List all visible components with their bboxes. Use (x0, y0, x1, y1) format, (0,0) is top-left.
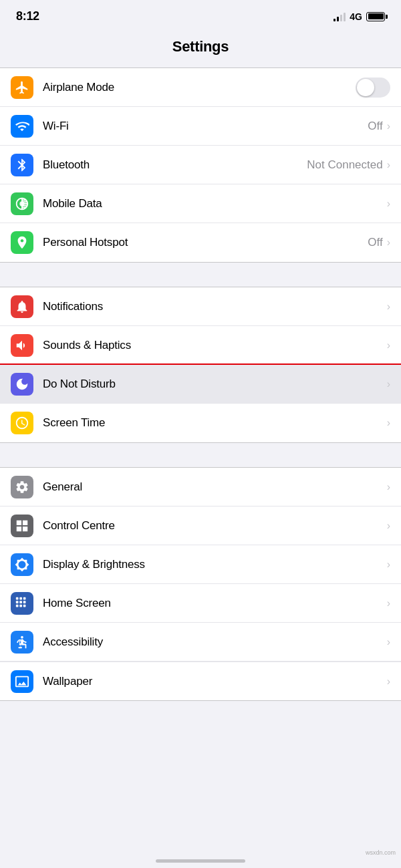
row-wallpaper-partial[interactable]: Wallpaper › (0, 662, 401, 700)
display-brightness-label: Display & Brightness (43, 558, 387, 571)
svg-rect-2 (19, 597, 22, 599)
control-centre-icon (11, 515, 33, 537)
wifi-label: Wi-Fi (43, 120, 368, 133)
status-time: 8:12 (16, 9, 39, 23)
mobile-data-label: Mobile Data (43, 197, 383, 210)
do-not-disturb-label: Do Not Disturb (43, 378, 387, 391)
accessibility-label: Accessibility (43, 635, 387, 649)
sounds-haptics-icon (11, 334, 33, 357)
bluetooth-value: Not Connected (307, 158, 382, 172)
row-screen-time[interactable]: Screen Time › (0, 404, 401, 442)
row-wifi[interactable]: Wi-Fi Off › (0, 107, 401, 146)
row-general[interactable]: General › (0, 468, 401, 507)
svg-rect-6 (23, 601, 26, 603)
connectivity-section: Airplane Mode Wi-Fi Off › Bluetooth Not … (0, 67, 401, 263)
row-personal-hotspot[interactable]: Personal Hotspot Off › (0, 223, 401, 262)
row-mobile-data[interactable]: Mobile Data › (0, 184, 401, 223)
screen-time-label: Screen Time (43, 416, 387, 430)
wallpaper-chevron: › (387, 676, 390, 687)
airplane-mode-icon (11, 76, 33, 99)
notifications-section: Notifications › Sounds & Haptics › Do No… (0, 287, 401, 443)
row-do-not-disturb[interactable]: Do Not Disturb › (0, 365, 401, 404)
battery-icon (366, 12, 385, 21)
row-home-screen[interactable]: Home Screen › (0, 584, 401, 623)
row-control-centre[interactable]: Control Centre › (0, 507, 401, 545)
personal-hotspot-icon (11, 231, 33, 254)
general-label: General (43, 480, 387, 494)
row-accessibility[interactable]: Accessibility › (0, 623, 401, 662)
svg-rect-1 (16, 597, 19, 599)
row-sounds-haptics[interactable]: Sounds & Haptics › (0, 326, 401, 365)
notifications-icon (11, 295, 33, 318)
row-airplane-mode[interactable]: Airplane Mode (0, 68, 401, 107)
svg-rect-3 (23, 597, 26, 599)
display-brightness-chevron: › (387, 559, 390, 570)
home-screen-icon (11, 592, 33, 615)
status-bar: 8:12 4G (0, 0, 401, 29)
sounds-haptics-chevron: › (387, 340, 390, 351)
svg-rect-9 (23, 604, 26, 607)
display-brightness-icon (11, 553, 33, 576)
wifi-icon (11, 115, 33, 138)
home-screen-chevron: › (387, 598, 390, 609)
watermark: wsxdn.com (366, 849, 396, 856)
page-title-container: Settings (0, 29, 401, 67)
signal-bars-icon (333, 12, 346, 21)
personal-hotspot-chevron: › (387, 237, 390, 248)
row-notifications[interactable]: Notifications › (0, 287, 401, 326)
control-centre-label: Control Centre (43, 519, 387, 533)
general-chevron: › (387, 482, 390, 492)
notifications-chevron: › (387, 301, 390, 312)
do-not-disturb-chevron: › (387, 379, 390, 390)
wallpaper-icon (11, 670, 33, 693)
svg-point-10 (21, 635, 23, 638)
mobile-data-chevron: › (387, 198, 390, 209)
control-centre-chevron: › (387, 521, 390, 531)
airplane-mode-label: Airplane Mode (43, 81, 356, 94)
accessibility-icon (11, 631, 33, 654)
airplane-mode-toggle[interactable] (356, 78, 390, 98)
general-section: General › Control Centre › Display & Bri… (0, 467, 401, 701)
notifications-label: Notifications (43, 300, 387, 313)
svg-rect-5 (19, 601, 22, 603)
wallpaper-label: Wallpaper (43, 675, 387, 688)
personal-hotspot-label: Personal Hotspot (43, 236, 368, 249)
home-screen-label: Home Screen (43, 597, 387, 610)
do-not-disturb-icon (11, 373, 33, 396)
mobile-data-icon (11, 192, 33, 215)
svg-rect-8 (19, 604, 22, 607)
wifi-chevron: › (387, 121, 390, 132)
accessibility-chevron: › (387, 637, 390, 647)
personal-hotspot-value: Off (368, 236, 382, 249)
status-icons: 4G (333, 11, 385, 22)
signal-text: 4G (350, 11, 362, 22)
home-indicator (156, 859, 245, 863)
bluetooth-chevron: › (387, 160, 390, 170)
bluetooth-icon (11, 154, 33, 176)
screen-time-chevron: › (387, 418, 390, 428)
general-icon (11, 476, 33, 498)
svg-rect-7 (16, 604, 19, 607)
row-bluetooth[interactable]: Bluetooth Not Connected › (0, 146, 401, 184)
bluetooth-label: Bluetooth (43, 158, 307, 172)
row-display-brightness[interactable]: Display & Brightness › (0, 545, 401, 584)
svg-rect-4 (16, 601, 19, 603)
screen-time-icon (11, 412, 33, 434)
sounds-haptics-label: Sounds & Haptics (43, 339, 387, 352)
wifi-value: Off (368, 120, 382, 133)
page-title: Settings (0, 38, 401, 55)
